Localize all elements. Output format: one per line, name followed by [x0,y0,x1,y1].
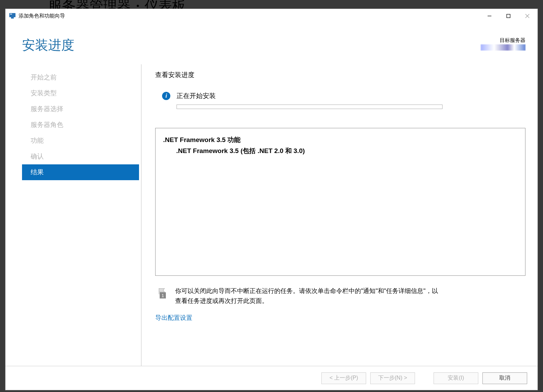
detail-line-1: .NET Framework 3.5 功能 [163,134,518,145]
step-features: 功能 [22,133,139,149]
sidebar: 开始之前 安装类型 服务器选择 服务器角色 功能 确认 结果 [6,64,141,366]
detail-line-2: .NET Framework 3.5 (包括 .NET 2.0 和 3.0) [163,145,518,156]
section-title: 查看安装进度 [155,70,525,79]
next-button: 下一步(N) > [370,372,415,384]
target-server-info: 目标服务器 [481,36,525,53]
footer-note: 1 你可以关闭此向导而不中断正在运行的任务。请依次单击命令栏中的"通知"和"任务… [155,286,525,306]
header: 安装进度 目标服务器 [6,23,537,64]
export-config-link[interactable]: 导出配置设置 [155,314,525,322]
body: 开始之前 安装类型 服务器选择 服务器角色 功能 确认 结果 查看安装进度 i … [6,64,537,366]
svg-rect-2 [11,17,14,19]
app-icon [9,12,16,19]
install-details-box: .NET Framework 3.5 功能 .NET Framework 3.5… [155,128,525,276]
note-text: 你可以关闭此向导而不中断正在运行的任务。请依次单击命令栏中的"通知"和"任务详细… [175,286,442,306]
svg-rect-0 [9,13,15,17]
step-list: 开始之前 安装类型 服务器选择 服务器角色 功能 确认 结果 [22,69,139,180]
page-title: 安装进度 [22,36,74,54]
flag-count: 1 [160,292,166,298]
svg-rect-1 [10,14,12,14]
status-row: i 正在开始安装 [155,91,525,100]
status-text: 正在开始安装 [177,91,216,100]
close-button[interactable] [518,9,537,22]
step-install-type: 安装类型 [22,85,139,101]
step-server-selection: 服务器选择 [22,101,139,117]
step-before-begin: 开始之前 [22,69,139,85]
minimize-button[interactable] [480,9,499,22]
step-confirm: 确认 [22,149,139,164]
button-bar: < 上一步(P) 下一步(N) > 安装(I) 取消 [6,366,537,390]
window-title: 添加角色和功能向导 [19,13,480,19]
info-icon: i [162,92,170,100]
window-controls [480,9,537,22]
main-content: 查看安装进度 i 正在开始安装 .NET Framework 3.5 功能 .N… [141,64,537,366]
step-server-roles: 服务器角色 [22,117,139,133]
titlebar: 添加角色和功能向导 [6,9,537,23]
previous-button: < 上一步(P) [321,372,366,384]
flag-icon: 1 [157,287,167,298]
target-server-name [481,44,525,51]
svg-rect-4 [507,14,510,18]
target-server-label: 目标服务器 [481,36,525,44]
cancel-button[interactable]: 取消 [482,372,527,384]
install-button: 安装(I) [434,372,478,384]
progress-bar [177,105,443,109]
maximize-button[interactable] [499,9,518,22]
wizard-window: 添加角色和功能向导 安装进度 目标服务器 开始之前 安装类型 服务器选择 [5,9,538,390]
step-results: 结果 [22,164,139,180]
